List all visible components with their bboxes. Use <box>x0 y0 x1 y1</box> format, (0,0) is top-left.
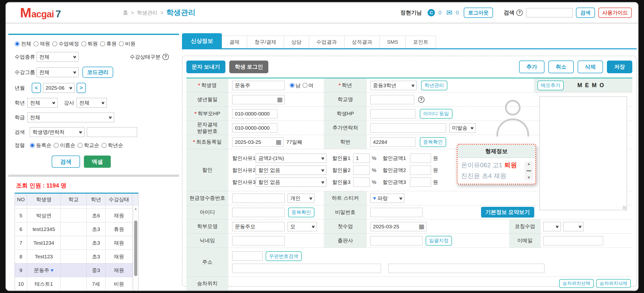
extra-contact-input[interactable] <box>370 123 446 133</box>
tab-grade-result[interactable]: 성적결과 <box>344 36 380 48</box>
student-name-input[interactable] <box>232 81 285 90</box>
col-header-name[interactable]: 학생명 <box>27 194 61 205</box>
delete-button[interactable]: 삭제 <box>578 61 603 73</box>
sms-number-input[interactable] <box>232 123 277 133</box>
relation-select[interactable]: 모∨ <box>288 222 317 231</box>
zip-search-button[interactable]: 우편번호검색 <box>266 251 302 261</box>
discount-reason-select[interactable]: 할인 없음∨ <box>256 166 326 175</box>
cash-receipt-input[interactable] <box>232 194 285 203</box>
app-logo[interactable]: Macgai7 <box>20 5 61 21</box>
radio-sort-name[interactable]: 이름순 <box>54 142 76 149</box>
code-manage-button[interactable]: 코드관리 <box>82 67 113 78</box>
prev-month-button[interactable]: < <box>32 83 41 93</box>
discount-reason-select[interactable]: 금액2-(1%)∨ <box>256 154 326 163</box>
radio-status-scheduled[interactable]: 수업예정 <box>52 40 79 47</box>
help-icon[interactable]: ? <box>418 96 424 103</box>
class-select[interactable]: 전체∨ <box>27 113 114 122</box>
memo-textarea[interactable] <box>540 96 627 210</box>
radio-status-all[interactable]: 전체 <box>15 40 31 47</box>
tab-billing-payment[interactable]: 청구/결제 <box>247 36 284 48</box>
help-icon[interactable]: ? <box>162 54 169 60</box>
search-type-select[interactable]: 학생명/연락처∨ <box>30 127 84 137</box>
student-hp-input[interactable] <box>370 109 416 118</box>
zip-code-input[interactable] <box>232 251 263 261</box>
col-header-grade[interactable]: 학년 <box>86 194 106 205</box>
cash-receipt-type-select[interactable]: 개인∨ <box>288 194 314 203</box>
table-row[interactable]: 10 테스트1 7세 비원 <box>15 277 138 291</box>
table-row[interactable]: 8 Test123 초3 재원 <box>15 250 138 263</box>
password-input[interactable] <box>370 208 423 217</box>
excel-export-button[interactable]: 엑셀 <box>84 156 111 168</box>
tab-personal-info[interactable]: 신상정보 <box>182 33 222 48</box>
cancel-button[interactable]: 취소 <box>548 61 574 73</box>
sidebar-search-input[interactable] <box>87 127 137 137</box>
bus-select-button[interactable]: 승차위치선택 <box>559 279 594 288</box>
student-no-input[interactable] <box>370 137 416 147</box>
basic-info-summary-button[interactable]: 기본정보 요약보기 <box>481 207 534 217</box>
col-header-no[interactable]: NO <box>15 194 27 205</box>
radio-status-nonmember[interactable]: 비원 <box>119 40 136 47</box>
breadcrumb-home[interactable]: 홈 <box>123 9 128 16</box>
table-scrollbar[interactable]: ▲ <box>133 205 138 291</box>
school-input[interactable] <box>370 95 414 104</box>
help-icon[interactable]: ? <box>516 10 523 16</box>
grade-manage-button[interactable]: 학년관리 <box>421 81 448 90</box>
publisher-input[interactable] <box>370 236 423 245</box>
table-row[interactable]: 6 test12345 초3 휴원 <box>15 222 138 236</box>
radio-status-enrolled[interactable]: 재원 <box>34 40 50 47</box>
table-row[interactable]: 5 박성연 초6 재원 <box>15 209 138 222</box>
next-month-button[interactable]: > <box>76 83 86 93</box>
spin-up-icon[interactable]: ▲ <box>527 161 531 166</box>
month-select[interactable]: 2025-06∨ <box>43 83 75 93</box>
discount-rate-input[interactable] <box>353 166 370 175</box>
student-photo-placeholder[interactable] <box>493 100 533 136</box>
radio-sort-registered[interactable]: 등록순 <box>30 142 52 149</box>
nickname-input[interactable] <box>232 236 285 245</box>
parent-name-input[interactable] <box>232 222 285 231</box>
discount-amount-input[interactable] <box>410 177 431 187</box>
parent-hp-input[interactable] <box>232 109 277 118</box>
coaching-select-1[interactable]: ∨ <box>543 222 561 231</box>
heart-sticker-select[interactable]: ♥파랑∨ <box>370 194 404 203</box>
student-login-button[interactable]: 학생 로그인 <box>229 61 268 73</box>
scrollbar-thumb[interactable] <box>134 220 137 276</box>
calendar-icon[interactable]: ▦ <box>418 223 424 229</box>
grade-select[interactable]: 중등3학년∨ <box>370 81 417 90</box>
tab-class-result[interactable]: 수업결과 <box>309 36 344 48</box>
sibling-item[interactable]: 온이유062 고1퇴원 <box>461 161 522 169</box>
message-icon[interactable]: ✉ <box>446 9 452 16</box>
teacher-select[interactable]: 전체∨ <box>76 98 107 108</box>
discount-rate-input[interactable] <box>353 154 370 163</box>
tab-payment[interactable]: 결제 <box>222 36 247 48</box>
radio-sort-grade[interactable]: 학년순 <box>102 142 123 149</box>
logout-button[interactable]: 로그아웃 <box>464 8 493 18</box>
memo-add-button[interactable]: 메모추가 <box>538 81 564 90</box>
coaching-select-2[interactable]: ∨ <box>563 222 584 231</box>
tab-sms[interactable]: SMS <box>380 36 406 48</box>
radio-sort-school[interactable]: 학교순 <box>78 142 99 149</box>
radio-status-withdrawn[interactable]: 퇴원 <box>81 40 98 47</box>
address-line-2-input[interactable] <box>388 264 544 273</box>
table-row-partial-top[interactable] <box>15 205 138 209</box>
address-line-1-input[interactable] <box>232 264 381 273</box>
coin-icon[interactable]: C <box>428 9 435 16</box>
same-id-button[interactable]: 아이디 동일 <box>420 109 452 119</box>
save-button[interactable]: 저장 <box>607 61 632 73</box>
table-row-selected[interactable]: 9 문동주♥ 중3 재원 <box>15 263 138 277</box>
table-row-partial-bottom[interactable]: 11 테스트 초3 비원 <box>15 291 138 291</box>
tab-points[interactable]: 포인트 <box>406 36 436 48</box>
grade-filter-select[interactable]: 전체∨ <box>27 98 58 108</box>
send-sms-button[interactable]: 문자 보내기 <box>186 61 226 73</box>
tab-consultation[interactable]: 상담 <box>284 36 309 48</box>
email-input[interactable] <box>543 236 603 245</box>
discount-amount-input[interactable] <box>410 166 431 175</box>
scroll-up-icon[interactable]: ▲ <box>133 207 138 210</box>
bus-delete-button[interactable]: 승차위치삭제 <box>596 279 631 288</box>
discount-rate-input[interactable] <box>353 177 370 187</box>
global-search-input[interactable] <box>526 8 572 17</box>
student-no-dup-check-button[interactable]: 중복확인 <box>420 137 446 147</box>
table-row[interactable]: 7 Test1234 초3 재원 <box>15 236 138 250</box>
radio-male[interactable]: 남 <box>290 82 300 89</box>
radio-status-paused[interactable]: 휴원 <box>100 40 116 47</box>
header-search-button[interactable]: 검색 <box>576 8 595 18</box>
